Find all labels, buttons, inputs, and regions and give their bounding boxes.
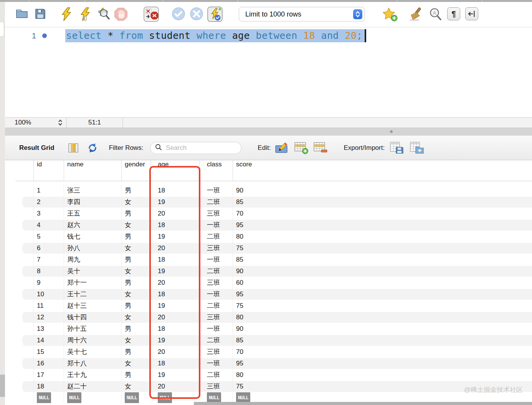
- cell-age[interactable]: 19: [150, 369, 200, 381]
- cell-id[interactable]: 15: [33, 346, 64, 358]
- cell-id[interactable]: 8: [33, 266, 64, 277]
- cell-name[interactable]: 吴十: [64, 266, 121, 277]
- cell-id[interactable]: 18: [33, 381, 64, 392]
- column-header-age[interactable]: age: [150, 160, 200, 181]
- new-snippet-icon[interactable]: [383, 7, 398, 22]
- cell-gender[interactable]: 男: [121, 346, 150, 358]
- cell-score[interactable]: 80: [233, 369, 268, 381]
- cell-gender[interactable]: 男: [121, 231, 150, 242]
- cell-age[interactable]: 20: [150, 277, 200, 289]
- cell-id[interactable]: 9: [33, 277, 64, 289]
- cell-age[interactable]: 20: [150, 312, 200, 323]
- cell-class[interactable]: 二班: [200, 196, 233, 208]
- cell-score[interactable]: 90: [233, 266, 268, 277]
- cell-age[interactable]: 20: [150, 208, 200, 219]
- cell-score[interactable]: 75: [233, 300, 268, 312]
- table-row[interactable]: 14周十六女19二班85: [15, 335, 532, 346]
- column-header-gender[interactable]: gender: [121, 160, 150, 181]
- cell-age[interactable]: 18: [150, 219, 200, 231]
- delete-row-icon[interactable]: [314, 142, 327, 154]
- cell-gender[interactable]: 女: [121, 242, 150, 254]
- cell-age[interactable]: 19: [150, 266, 200, 277]
- new-row-cell-score[interactable]: NULL: [233, 392, 268, 403]
- cell-gender[interactable]: 男: [121, 369, 150, 381]
- cell-gender[interactable]: 男: [121, 254, 150, 266]
- sql-code[interactable]: select * from student where age between …: [66, 29, 363, 42]
- execute-icon[interactable]: [60, 7, 73, 21]
- column-header-class[interactable]: class: [200, 160, 233, 181]
- zoom-control[interactable]: 100%: [6, 118, 67, 128]
- cell-id[interactable]: 7: [33, 254, 64, 266]
- cell-gender[interactable]: 女: [121, 289, 150, 300]
- table-row[interactable]: 1张三男18一班90: [15, 185, 532, 196]
- cell-id[interactable]: 16: [33, 358, 64, 369]
- cell-id[interactable]: 6: [33, 242, 64, 254]
- sql-editor[interactable]: 1 select * from student where age betwee…: [5, 27, 532, 117]
- cell-id[interactable]: 12: [33, 312, 64, 323]
- cell-age[interactable]: 18: [150, 289, 200, 300]
- stop-on-error-icon[interactable]: [144, 7, 159, 22]
- table-row[interactable]: 8吴十女19二班90: [15, 266, 532, 277]
- cell-name[interactable]: 李四: [64, 196, 121, 208]
- cell-gender[interactable]: 男: [121, 208, 150, 219]
- cell-class[interactable]: 一班: [200, 289, 233, 300]
- limit-rows-dropdown[interactable]: Limit to 1000 rows: [239, 7, 365, 22]
- cell-class[interactable]: 三班: [200, 277, 233, 289]
- table-row[interactable]: 7周九男18一班85: [15, 254, 532, 266]
- cell-name[interactable]: 钱七: [64, 231, 121, 242]
- cell-score[interactable]: 80: [233, 231, 268, 242]
- cell-age[interactable]: 19: [150, 196, 200, 208]
- cell-class[interactable]: 三班: [200, 346, 233, 358]
- cell-score[interactable]: 70: [233, 346, 268, 358]
- cell-gender[interactable]: 女: [121, 358, 150, 369]
- cell-id[interactable]: 14: [33, 335, 64, 346]
- toggle-autocommit-icon[interactable]: [207, 7, 223, 22]
- cell-name[interactable]: 赵六: [64, 219, 121, 231]
- invisible-characters-icon[interactable]: ¶: [447, 7, 460, 20]
- sidebar-scroll-thumb[interactable]: [0, 375, 5, 397]
- search-box[interactable]: [150, 142, 241, 154]
- table-row[interactable]: 5钱七男19二班80: [15, 231, 532, 242]
- cell-name[interactable]: 赵十三: [64, 300, 121, 312]
- cell-id[interactable]: 11: [33, 300, 64, 312]
- cell-id[interactable]: 2: [33, 196, 64, 208]
- horizontal-scrollbar[interactable]: [194, 402, 532, 405]
- cell-name[interactable]: 王五: [64, 208, 121, 219]
- cell-name[interactable]: 钱十四: [64, 312, 121, 323]
- cell-score[interactable]: 95: [233, 289, 268, 300]
- cell-class[interactable]: 一班: [200, 254, 233, 266]
- cell-gender[interactable]: 男: [121, 185, 150, 196]
- search-input[interactable]: [165, 144, 232, 152]
- table-row[interactable]: 2李四女19二班85: [15, 196, 532, 208]
- cell-name[interactable]: 郑十一: [64, 277, 121, 289]
- cell-name[interactable]: 吴十七: [64, 346, 121, 358]
- new-row-cell-age[interactable]: NULL: [150, 392, 200, 403]
- cell-gender[interactable]: 男: [121, 300, 150, 312]
- null-row[interactable]: NULLNULLNULLNULLNULLNULL: [15, 392, 532, 402]
- cell-class[interactable]: 一班: [200, 358, 233, 369]
- cell-age[interactable]: 20: [150, 242, 200, 254]
- cell-name[interactable]: 孙八: [64, 242, 121, 254]
- cell-score[interactable]: 90: [233, 185, 268, 196]
- cell-id[interactable]: 1: [33, 185, 64, 196]
- cell-score[interactable]: 70: [233, 208, 268, 219]
- cell-id[interactable]: 3: [33, 208, 64, 219]
- cell-class[interactable]: 三班: [200, 381, 233, 392]
- new-row-cell-name[interactable]: NULL: [64, 392, 121, 403]
- cell-name[interactable]: 张三: [64, 185, 121, 196]
- cell-score[interactable]: 60: [233, 277, 268, 289]
- cell-score[interactable]: 90: [233, 323, 268, 335]
- save-script-icon[interactable]: [35, 8, 46, 20]
- column-header-score[interactable]: score: [233, 160, 268, 181]
- table-row[interactable]: 16郑十八女18一班95: [15, 358, 532, 369]
- table-row[interactable]: 11赵十三男19二班75: [15, 300, 532, 312]
- cell-score[interactable]: 75: [233, 381, 268, 392]
- cell-gender[interactable]: 男: [121, 323, 150, 335]
- stop-icon[interactable]: [114, 7, 128, 21]
- beautify-icon[interactable]: [408, 7, 424, 22]
- cell-score[interactable]: 80: [233, 312, 268, 323]
- table-row[interactable]: 17王十九男19二班80: [15, 369, 532, 381]
- table-row[interactable]: 10王十二女18一班95: [15, 289, 532, 300]
- cell-id[interactable]: 13: [33, 323, 64, 335]
- import-records-icon[interactable]: [410, 142, 424, 154]
